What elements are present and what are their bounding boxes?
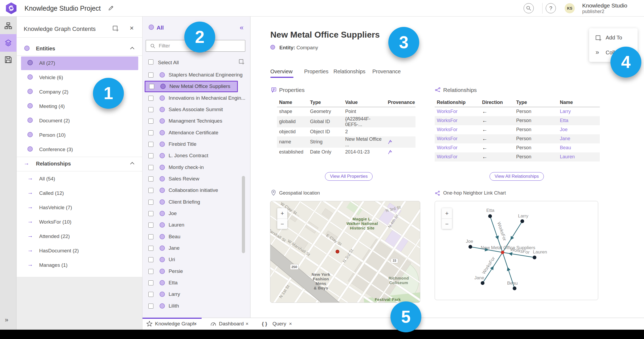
relationship-link[interactable]: WorksFor (435, 116, 480, 125)
rel-filter-hasvehicle[interactable]: → HasVehicle (7) (21, 201, 138, 215)
item-checkbox[interactable] (148, 200, 153, 205)
property-row[interactable]: nameStringNew Metal Office ... (277, 136, 415, 148)
list-item[interactable]: Lilith (145, 300, 238, 312)
close-tab-icon[interactable]: × (289, 321, 292, 327)
geospatial-map[interactable]: W Clay St N 3rd St Maggie L. Walker Nati… (270, 201, 420, 303)
item-checkbox[interactable] (148, 165, 153, 170)
list-item[interactable]: Montly check-in (145, 162, 238, 173)
list-item[interactable]: Managment Techniques (145, 115, 238, 127)
rel-filter-called[interactable]: → Called (12) (21, 187, 138, 200)
avatar[interactable]: KS (565, 3, 575, 13)
relationship-link[interactable]: WorksFor (435, 152, 480, 162)
entity-filter-conference[interactable]: Conference (3) (21, 143, 138, 156)
property-row[interactable]: objectidObject ID2 (277, 127, 415, 136)
related-entity-link[interactable]: Beau (558, 143, 600, 152)
list-item[interactable]: L. Jones Contract (145, 150, 238, 162)
list-item[interactable]: Beau (145, 231, 238, 243)
item-checkbox[interactable] (148, 211, 153, 216)
item-checkbox[interactable] (148, 234, 153, 239)
chart-zoom-in-button[interactable]: + (442, 208, 452, 219)
list-scrollbar-thumb[interactable] (242, 176, 245, 253)
center-node[interactable] (501, 251, 504, 254)
tab-overview[interactable]: Overview (270, 68, 292, 75)
list-item[interactable]: Innovations in Mechanical Engin... (145, 92, 238, 104)
expand-rail-icon[interactable]: » (5, 316, 8, 324)
list-item[interactable]: Larry (145, 289, 238, 300)
entity-filter-document[interactable]: Document (2) (21, 114, 138, 128)
map-zoom-out-button[interactable]: − (277, 219, 287, 229)
view-all-properties-button[interactable]: View All Properties (325, 172, 373, 181)
provenance-flag-icon[interactable] (388, 139, 392, 144)
add-selection-icon[interactable] (238, 59, 245, 65)
relationship-link[interactable]: WorksFor (435, 125, 480, 134)
item-checkbox[interactable] (148, 176, 153, 181)
relationship-row[interactable]: WorksFor ← Person Joe (435, 125, 600, 134)
relationship-link[interactable]: WorksFor (435, 107, 480, 116)
rel-filter-hasdocument[interactable]: → HasDocument (2) (21, 244, 138, 258)
tab-dashboard[interactable]: Dashboard × (210, 318, 253, 330)
item-checkbox[interactable] (148, 72, 153, 78)
entity-filter-all[interactable]: All (27) (21, 57, 138, 70)
edit-title-icon[interactable] (108, 5, 114, 11)
list-item-selected[interactable]: New Metal Office Suppliers (145, 81, 238, 92)
relationship-row[interactable]: WorksFor ← Person Jane (435, 134, 600, 143)
related-entity-link[interactable]: Larry (558, 107, 600, 116)
tab-properties[interactable]: Properties (304, 68, 328, 75)
close-tab-icon[interactable]: × (194, 321, 197, 327)
relationship-row[interactable]: WorksFor ← Person Lauren (435, 152, 600, 162)
relationships-section-header[interactable]: → Relationships (17, 157, 142, 171)
item-checkbox[interactable] (148, 130, 153, 135)
list-item[interactable]: Joe (145, 208, 238, 219)
entity-filter-vehicle[interactable]: Vehicle (6) (21, 71, 138, 84)
property-row[interactable]: globalidGlobal ID{A228944F-0EF5-... (277, 116, 415, 127)
relationship-row[interactable]: WorksFor ← Person Larry (435, 107, 600, 116)
list-item[interactable]: Sales Associate Summit (145, 104, 238, 115)
related-entity-link[interactable]: Etta (558, 116, 600, 125)
item-checkbox[interactable] (148, 153, 153, 158)
add-to-button[interactable]: Add To (589, 30, 638, 45)
rel-filter-worksfor[interactable]: → WorksFor (10) (21, 215, 138, 229)
add-to-new-view-icon[interactable] (112, 25, 119, 32)
list-item[interactable]: Persie (145, 266, 238, 277)
item-checkbox[interactable] (149, 84, 154, 89)
item-checkbox[interactable] (148, 292, 153, 297)
collapse-list-panel-icon[interactable]: « (240, 23, 243, 32)
item-checkbox[interactable] (148, 246, 153, 251)
related-entity-link[interactable]: Lauren (558, 152, 600, 162)
list-item[interactable]: Jane (145, 243, 238, 254)
help-button[interactable]: ? (546, 3, 556, 13)
list-item[interactable]: Staplers Mechanical Engineering (145, 69, 238, 81)
list-type-label[interactable]: All (157, 25, 164, 31)
relationship-row[interactable]: WorksFor ← Person Beau (435, 143, 600, 152)
close-tab-icon[interactable]: × (246, 321, 248, 327)
tab-query[interactable]: { } Query × (262, 318, 296, 330)
item-checkbox[interactable] (148, 107, 153, 112)
item-checkbox[interactable] (148, 304, 153, 309)
chart-zoom-out-button[interactable]: − (442, 219, 452, 229)
related-entity-link[interactable]: Jane (558, 134, 600, 143)
layers-tool-active[interactable] (0, 34, 17, 52)
entity-filter-person[interactable]: Person (10) (21, 128, 138, 142)
item-checkbox[interactable] (148, 96, 153, 101)
collapse-relationships-icon[interactable] (130, 162, 134, 166)
close-panel-icon[interactable]: × (130, 24, 134, 32)
account-info[interactable]: Knowledge Studio publisher2 (582, 2, 627, 14)
property-row[interactable]: shapeGeometryPoint (277, 107, 415, 116)
provenance-flag-icon[interactable] (388, 150, 392, 155)
view-all-relationships-button[interactable]: View All Relationships (490, 172, 544, 181)
one-hop-link-chart[interactable]: WorksFor WorksFor WorksFor Etta Larry Jo… (435, 201, 598, 300)
list-item[interactable]: Attendance Certificate (145, 127, 238, 139)
select-all-checkbox[interactable] (148, 59, 153, 64)
relationship-row[interactable]: WorksFor ← Person Etta (435, 116, 600, 125)
relationship-link[interactable]: WorksFor (435, 134, 480, 143)
rel-filter-all[interactable]: → All (54) (21, 172, 138, 186)
list-item[interactable]: Lauren (145, 219, 238, 231)
app-logo-icon[interactable] (5, 2, 17, 14)
item-checkbox[interactable] (148, 269, 153, 274)
entities-section-header[interactable]: Entities (17, 42, 142, 55)
list-item[interactable]: Firebird Title (145, 139, 238, 150)
item-checkbox[interactable] (148, 257, 153, 262)
search-button[interactable] (524, 3, 534, 13)
related-entity-link[interactable]: Joe (558, 125, 600, 134)
list-item[interactable]: Sales Review (145, 173, 238, 185)
